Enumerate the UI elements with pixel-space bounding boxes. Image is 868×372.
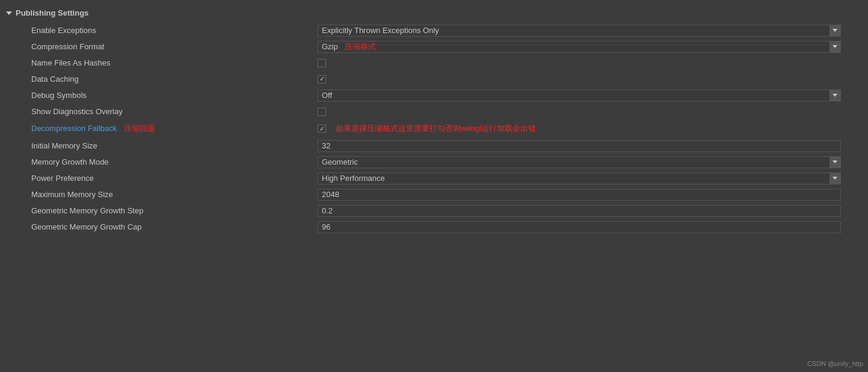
label-name-files-as-hashes: Name Files As Hashes [0,55,313,71]
row-initial-memory-size: Initial Memory Size [0,138,868,154]
input-geometric-memory-growth-cap[interactable] [318,221,841,233]
label-decompression-fallback: Decompression Fallback 压缩回退 [0,120,313,138]
value-name-files-as-hashes [313,55,868,71]
settings-grid: Enable Exceptions Explicitly Thrown Exce… [0,22,868,235]
value-power-preference: High Performance [313,170,868,186]
label-geometric-memory-growth-step: Geometric Memory Growth Step [0,203,313,219]
dropdown-text-debug-symbols: Off [318,90,830,102]
row-memory-growth-mode: Memory Growth Mode Geometric [0,154,868,170]
value-decompression-fallback: 如果选择压缩格式这里需要打勾否则webgl运行加载会出错 [313,120,868,138]
row-decompression-fallback: Decompression Fallback 压缩回退 如果选择压缩格式这里需要… [0,120,868,138]
annotation-compression-format: 压缩格式 [345,42,376,51]
dropdown-compression-format[interactable]: Gzip 压缩格式 [318,41,841,53]
row-maximum-memory-size: Maximum Memory Size [0,186,868,203]
value-show-diagnostics-overlay [313,103,868,120]
label-annotation-decompression-fallback: 压缩回退 [124,124,155,133]
panel: Publishing Settings Enable Exceptions Ex… [0,0,868,372]
section-title: Publishing Settings [16,8,88,17]
dropdown-text-power-preference: High Performance [318,172,830,184]
label-maximum-memory-size: Maximum Memory Size [0,186,313,203]
label-initial-memory-size: Initial Memory Size [0,138,313,154]
label-power-preference: Power Preference [0,170,313,186]
row-compression-format: Compression Format Gzip 压缩格式 [0,38,868,55]
value-memory-growth-mode: Geometric [313,154,868,170]
decompression-fallback-row: 如果选择压缩格式这里需要打勾否则webgl运行加载会出错 [318,123,863,134]
value-data-caching [313,71,868,87]
label-data-caching: Data Caching [0,71,313,87]
input-initial-memory-size[interactable] [318,140,841,152]
value-debug-symbols: Off [313,87,868,103]
dropdown-arrow-compression-format[interactable] [830,41,840,52]
dropdown-power-preference[interactable]: High Performance [318,172,841,184]
row-debug-symbols: Debug Symbols Off [0,87,868,103]
dropdown-arrow-power-preference[interactable] [830,173,840,184]
row-power-preference: Power Preference High Performance [0,170,868,186]
section-header: Publishing Settings [0,5,868,21]
watermark: CSDN @unity_http [807,360,863,367]
value-geometric-memory-growth-step [313,203,868,219]
input-geometric-memory-growth-step[interactable] [318,205,841,217]
row-geometric-memory-growth-step: Geometric Memory Growth Step [0,203,868,219]
row-show-diagnostics-overlay: Show Diagnostics Overlay [0,103,868,120]
value-maximum-memory-size [313,186,868,203]
checkbox-data-caching[interactable] [318,75,326,84]
checkbox-decompression-fallback[interactable] [318,124,326,133]
dropdown-text-compression-format: Gzip 压缩格式 [318,41,830,53]
value-compression-format: Gzip 压缩格式 [313,38,868,55]
label-enable-exceptions: Enable Exceptions [0,22,313,38]
inline-annotation-decompression-fallback: 如果选择压缩格式这里需要打勾否则webgl运行加载会出错 [336,123,536,134]
dropdown-text-enable-exceptions: Explicitly Thrown Exceptions Only [318,25,830,37]
dropdown-enable-exceptions[interactable]: Explicitly Thrown Exceptions Only [318,25,841,37]
value-enable-exceptions: Explicitly Thrown Exceptions Only [313,22,868,38]
row-geometric-memory-growth-cap: Geometric Memory Growth Cap [0,219,868,235]
label-compression-format: Compression Format [0,38,313,55]
label-debug-symbols: Debug Symbols [0,87,313,103]
row-enable-exceptions: Enable Exceptions Explicitly Thrown Exce… [0,22,868,38]
dropdown-arrow-memory-growth-mode[interactable] [830,157,840,168]
dropdown-memory-growth-mode[interactable]: Geometric [318,156,841,168]
dropdown-text-memory-growth-mode: Geometric [318,156,830,168]
label-geometric-memory-growth-cap: Geometric Memory Growth Cap [0,219,313,235]
value-initial-memory-size [313,138,868,154]
collapse-icon[interactable] [6,11,12,15]
checkbox-show-diagnostics-overlay[interactable] [318,108,326,116]
dropdown-arrow-debug-symbols[interactable] [830,90,840,101]
row-name-files-as-hashes: Name Files As Hashes [0,55,868,71]
input-maximum-memory-size[interactable] [318,189,841,201]
checkbox-name-files-as-hashes[interactable] [318,59,326,67]
label-show-diagnostics-overlay: Show Diagnostics Overlay [0,103,313,120]
value-geometric-memory-growth-cap [313,219,868,235]
label-memory-growth-mode: Memory Growth Mode [0,154,313,170]
dropdown-debug-symbols[interactable]: Off [318,90,841,102]
row-data-caching: Data Caching [0,71,868,87]
dropdown-arrow-enable-exceptions[interactable] [830,25,840,36]
